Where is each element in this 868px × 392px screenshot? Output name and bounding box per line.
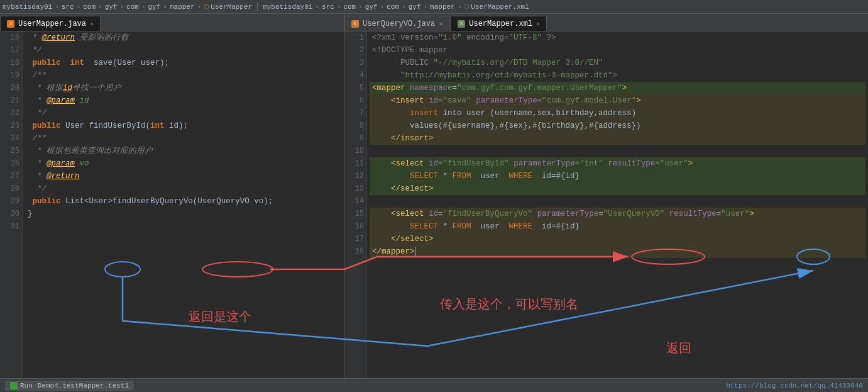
xml-line-16: SELECT * FROM user WHERE id=#{id} bbox=[370, 220, 865, 233]
tab-usermapper-xml[interactable]: X UserMapper.xml ✕ bbox=[451, 16, 547, 31]
tab-label: UserMapper.xml bbox=[469, 20, 532, 28]
xml-line-12: SELECT * FROM user WHERE id=#{id} bbox=[370, 170, 865, 182]
com2-left: com bbox=[126, 3, 139, 11]
java-icon: J bbox=[7, 20, 14, 28]
run-demo: Demo4_testMapper.test1 bbox=[38, 382, 129, 389]
com-right: com bbox=[343, 3, 356, 11]
close-icon[interactable]: ✕ bbox=[90, 20, 94, 28]
code-line-29: public List<User>findUserByQueryVo(UserQ… bbox=[25, 195, 341, 208]
code-line-16: * @return 受影响的行数 bbox=[25, 31, 341, 44]
mapper-right: mapper bbox=[430, 3, 455, 11]
xml-line-6: <insert id="save" parameterType="com.gyf… bbox=[370, 94, 865, 107]
file-name-left: UserMapper bbox=[211, 3, 252, 11]
code-line-31 bbox=[25, 220, 341, 233]
src-left: src bbox=[62, 3, 74, 11]
xml-line-15: <select id="findUserByQueryVo" parameter… bbox=[370, 208, 865, 220]
tab-usermapper-java[interactable]: J UserMapper.java ✕ bbox=[0, 16, 101, 31]
xml-line-14 bbox=[370, 195, 865, 208]
xml-line-17: </select> bbox=[370, 233, 865, 245]
top-bar-divider bbox=[257, 3, 258, 11]
file-icon-left: ⬡ bbox=[204, 3, 209, 11]
file-name-right: UserMapper.xml bbox=[471, 3, 529, 11]
xml-line-4: "http://mybatis.org/dtd/mybatis-3-mapper… bbox=[370, 69, 865, 82]
project-name-left: mybatisday01 bbox=[3, 3, 52, 11]
xml-line-10 bbox=[370, 145, 865, 157]
status-bar: Run Demo4_testMapper.test1 https://blog.… bbox=[0, 378, 868, 392]
xml-line-9: </insert> bbox=[370, 132, 865, 145]
main-content: 16 17 18 19 20 21 22 23 24 25 26 27 28 2… bbox=[0, 31, 868, 378]
right-code-area: 1 2 3 4 5 6 7 8 9 10 11 12 13 14 15 16 1 bbox=[344, 31, 868, 378]
app-container: mybatisday01 › src › com › gyf › com › g… bbox=[0, 0, 868, 392]
code-line-19: /** bbox=[25, 69, 341, 82]
code-line-28: */ bbox=[25, 182, 341, 195]
xml-line-11: <select id="findUserById" parameterType=… bbox=[370, 157, 865, 170]
close-icon[interactable]: ✕ bbox=[439, 20, 442, 28]
tab-bars: J UserMapper.java ✕ C UserQueryVO.java ✕… bbox=[0, 14, 868, 31]
right-line-numbers: 1 2 3 4 5 6 7 8 9 10 11 12 13 14 15 16 1 bbox=[344, 31, 367, 378]
project-name-right: mybatisday01 bbox=[263, 3, 312, 11]
com-left: com bbox=[83, 3, 96, 11]
code-line-30: } bbox=[25, 208, 341, 220]
code-line-20: * 根据id寻找一个用户 bbox=[25, 82, 341, 94]
xml-line-5: <mapper namespace="com.gyf.com.gyf.mappe… bbox=[370, 82, 865, 94]
run-icon bbox=[10, 382, 18, 389]
code-line-22: */ bbox=[25, 107, 341, 120]
tab-label: UserMapper.java bbox=[18, 20, 86, 28]
tab-label: UserQueryVO.java bbox=[363, 20, 435, 28]
left-line-numbers: 16 17 18 19 20 21 22 23 24 25 26 27 28 2… bbox=[0, 31, 23, 378]
code-line-18: public int save(User user); bbox=[25, 57, 341, 69]
top-bar: mybatisday01 › src › com › gyf › com › g… bbox=[0, 0, 868, 14]
c-icon: C bbox=[351, 20, 359, 28]
tab-bar-left: J UserMapper.java ✕ bbox=[0, 14, 344, 31]
tab-userqueryvo[interactable]: C UserQueryVO.java ✕ bbox=[344, 16, 449, 31]
xml-line-7: insert into user (username,sex,birthday,… bbox=[370, 107, 865, 120]
src-right: src bbox=[322, 3, 334, 11]
breadcrumb-left: mybatisday01 › src › com › gyf › com › g… bbox=[3, 3, 252, 11]
right-code-lines: <?xml version="1.0" encoding="UTF-8" ?> … bbox=[367, 31, 868, 378]
xml-line-2: <!DOCTYPE mapper bbox=[370, 44, 865, 57]
left-code-panel: 16 17 18 19 20 21 22 23 24 25 26 27 28 2… bbox=[0, 31, 344, 378]
tab-bar-right: C UserQueryVO.java ✕ X UserMapper.xml ✕ bbox=[344, 14, 868, 31]
xml-line-18: </mapper> bbox=[370, 245, 865, 258]
url-label: https://blog.csdn.net/qq_41433840 bbox=[726, 382, 863, 389]
run-label: Run bbox=[20, 382, 33, 389]
code-line-17: */ bbox=[25, 44, 341, 57]
code-line-21: * @param id bbox=[25, 94, 341, 107]
close-icon[interactable]: ✕ bbox=[536, 20, 540, 28]
com2-right: com bbox=[387, 3, 399, 11]
left-code-area: 16 17 18 19 20 21 22 23 24 25 26 27 28 2… bbox=[0, 31, 344, 378]
xml-icon: X bbox=[458, 20, 465, 28]
xml-line-13: </select> bbox=[370, 182, 865, 195]
gyf2-right: gyf bbox=[409, 3, 421, 11]
gyf2-left: gyf bbox=[148, 3, 161, 11]
xml-line-1: <?xml version="1.0" encoding="UTF-8" ?> bbox=[370, 31, 865, 44]
breadcrumb-right: mybatisday01 › src › com › gyf › com › g… bbox=[263, 3, 529, 11]
xml-line-3: PUBLIC "-//mybatis.org//DTD Mapper 3.0//… bbox=[370, 57, 865, 69]
left-code-lines: * @return 受影响的行数 */ public int save(User… bbox=[23, 31, 344, 378]
code-line-27: * @return bbox=[25, 170, 341, 182]
code-line-23: public User findUserById(int id); bbox=[25, 120, 341, 132]
file-icon-right: ⬡ bbox=[464, 3, 470, 11]
run-tab[interactable]: Run Demo4_testMapper.test1 bbox=[5, 381, 134, 391]
xml-line-8: values(#{username},#{sex},#{birthday},#{… bbox=[370, 120, 865, 132]
code-line-26: * @param vo bbox=[25, 157, 341, 170]
mapper-left: mapper bbox=[170, 3, 195, 11]
gyf1-right: gyf bbox=[365, 3, 378, 11]
code-line-24: /** bbox=[25, 132, 341, 145]
right-code-panel: 1 2 3 4 5 6 7 8 9 10 11 12 13 14 15 16 1 bbox=[344, 31, 868, 378]
gyf1-left: gyf bbox=[105, 3, 118, 11]
code-line-25: * 根据包装类查询出对应的用户 bbox=[25, 145, 341, 157]
